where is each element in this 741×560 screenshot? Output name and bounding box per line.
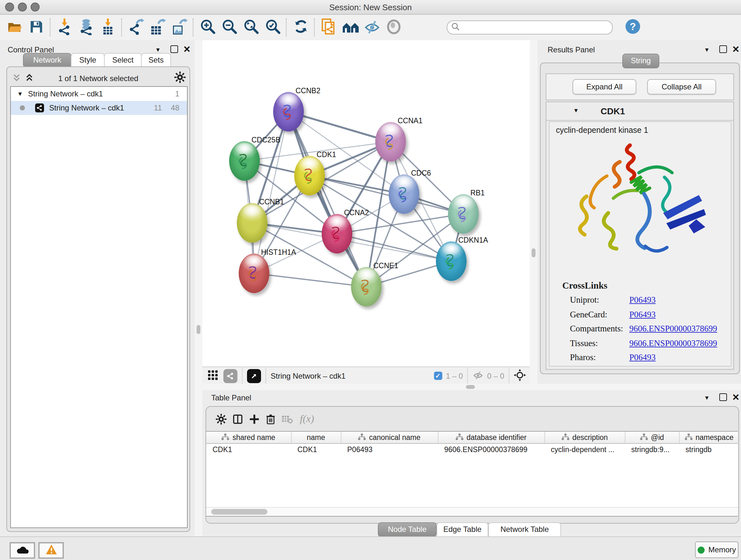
close-table-icon[interactable]: ✕ bbox=[732, 393, 739, 401]
crosslink-link[interactable]: P06493 bbox=[629, 310, 656, 320]
left-splitter[interactable] bbox=[195, 40, 202, 537]
network-node-CCNB2[interactable] bbox=[273, 92, 304, 132]
column-header-canonical-name[interactable]: canonical name bbox=[341, 432, 438, 443]
maximize-results-icon[interactable] bbox=[719, 45, 727, 53]
export-table-button[interactable] bbox=[147, 17, 169, 38]
zoom-out-button[interactable] bbox=[218, 17, 240, 38]
network-node-HIST1H1A[interactable] bbox=[239, 253, 269, 293]
network-node-CDC25B[interactable] bbox=[229, 141, 260, 181]
export-image-button[interactable] bbox=[169, 17, 190, 38]
network-edge[interactable] bbox=[288, 112, 391, 142]
column-header-database-identifier[interactable]: database identifier bbox=[438, 432, 544, 443]
network-node-CDKN1A[interactable] bbox=[436, 241, 467, 281]
tab-network[interactable]: Network bbox=[23, 53, 71, 68]
column-header-shared-name[interactable]: shared name bbox=[206, 432, 291, 443]
network-node-CCNE1[interactable] bbox=[351, 267, 382, 307]
table-cell[interactable]: 9606.ENSP00000378699 bbox=[438, 443, 544, 455]
tab-style[interactable]: Style bbox=[71, 53, 105, 67]
document-share-button[interactable] bbox=[318, 17, 340, 38]
table-cell[interactable]: P06493 bbox=[341, 443, 438, 455]
network-node-CDK1[interactable] bbox=[294, 156, 325, 195]
zoom-selected-button[interactable] bbox=[262, 17, 283, 38]
cloud-button[interactable] bbox=[10, 542, 35, 559]
search-input[interactable] bbox=[460, 23, 596, 32]
selected-items-checkbox-icon[interactable]: ✓ bbox=[434, 372, 442, 380]
save-session-button[interactable] bbox=[25, 17, 47, 38]
tab-edge-table[interactable]: Edge Table bbox=[436, 522, 488, 537]
cdk1-expander-icon[interactable]: ▼ bbox=[573, 107, 579, 114]
refresh-view-button[interactable] bbox=[290, 17, 312, 38]
tab-node-table[interactable]: Node Table bbox=[378, 522, 436, 537]
memory-button[interactable]: Memory bbox=[695, 542, 738, 558]
home-browser-button[interactable] bbox=[340, 17, 361, 38]
crosslink-link[interactable]: P06493 bbox=[629, 353, 656, 363]
delete-column-trash-icon[interactable] bbox=[262, 411, 279, 427]
tab-network-table[interactable]: Network Table bbox=[488, 522, 561, 537]
network-node-RB1[interactable] bbox=[448, 194, 479, 234]
network-node-CCNA1[interactable] bbox=[375, 122, 406, 162]
float-table-icon[interactable]: ▼ bbox=[704, 395, 710, 401]
right-splitter-handle[interactable] bbox=[532, 248, 536, 257]
network-edge[interactable] bbox=[254, 273, 366, 287]
help-button[interactable]: ? bbox=[622, 17, 643, 38]
export-network-button[interactable] bbox=[125, 17, 147, 38]
hide-graphics-details-button[interactable] bbox=[361, 17, 383, 38]
float-panel-icon[interactable]: ▼ bbox=[155, 47, 161, 53]
network-node-CCNA2[interactable] bbox=[322, 214, 352, 253]
tab-sets[interactable]: Sets bbox=[141, 53, 171, 67]
table-cell[interactable]: cyclin-dependent ... bbox=[544, 443, 625, 455]
warnings-button[interactable] bbox=[38, 542, 64, 559]
column-header--id[interactable]: @id bbox=[625, 432, 679, 443]
network-row[interactable]: String Network – cdk1 11 48 bbox=[11, 101, 187, 115]
search-field[interactable] bbox=[447, 20, 613, 35]
import-network-file-button[interactable] bbox=[54, 17, 75, 38]
table-splitter-handle[interactable] bbox=[466, 385, 475, 389]
close-results-icon[interactable]: ✕ bbox=[732, 45, 739, 53]
close-panel-icon[interactable]: ✕ bbox=[183, 45, 191, 53]
maximize-panel-icon[interactable] bbox=[171, 45, 178, 53]
table-row[interactable]: CDK1CDK1P064939606.ENSP00000378699cyclin… bbox=[206, 443, 738, 455]
right-splitter[interactable] bbox=[530, 40, 537, 384]
collection-expander-icon[interactable]: ▼ bbox=[17, 91, 23, 97]
crosslink-link[interactable]: 9606.ENSP00000378699 bbox=[629, 338, 717, 349]
float-results-icon[interactable]: ▼ bbox=[704, 47, 710, 53]
delete-table-icon[interactable] bbox=[279, 411, 295, 427]
cdk1-section-header[interactable]: ▼ CDK1 bbox=[546, 102, 733, 121]
network-node-CDC6[interactable] bbox=[389, 174, 419, 214]
column-header-namespace[interactable]: namespace bbox=[679, 432, 738, 443]
expand-all-button[interactable]: Expand All bbox=[572, 79, 636, 95]
tab-select[interactable]: Select bbox=[104, 53, 142, 67]
table-cell[interactable]: stringdb bbox=[679, 443, 738, 455]
left-splitter-handle[interactable] bbox=[197, 325, 200, 334]
table-h-scrollbar[interactable] bbox=[206, 507, 738, 516]
function-builder-button[interactable]: f(x) bbox=[295, 411, 319, 427]
table-cell[interactable]: CDK1 bbox=[291, 443, 341, 455]
network-share-icon[interactable] bbox=[223, 369, 238, 383]
show-columns-icon[interactable] bbox=[229, 411, 246, 427]
zoom-in-button[interactable] bbox=[197, 17, 218, 38]
open-session-button[interactable] bbox=[4, 17, 25, 38]
fit-selected-crosshair-icon[interactable] bbox=[514, 369, 526, 383]
network-view-canvas[interactable]: CCNB2CCNA1CDC25BCDK1CDC6RB1CCNB1CCNA2CDK… bbox=[202, 40, 530, 367]
birds-eye-view-icon[interactable] bbox=[207, 369, 218, 382]
table-cell[interactable]: stringdb:9... bbox=[625, 443, 679, 455]
crosslink-link[interactable]: P06493 bbox=[629, 295, 656, 306]
hidden-items-eye-icon[interactable] bbox=[473, 370, 484, 381]
crosslink-link[interactable]: 9606.ENSP00000378699 bbox=[629, 324, 717, 334]
zoom-fit-button[interactable] bbox=[240, 17, 262, 38]
collapse-all-button[interactable]: Collapse All bbox=[647, 79, 716, 95]
show-graphics-details-button[interactable] bbox=[383, 17, 405, 38]
network-node-CCNB1[interactable] bbox=[237, 203, 267, 243]
import-network-database-button[interactable] bbox=[75, 17, 97, 38]
open-in-new-window-icon[interactable] bbox=[247, 369, 261, 383]
import-table-button[interactable] bbox=[97, 17, 119, 38]
tab-string[interactable]: String bbox=[622, 54, 659, 68]
network-collection-row[interactable]: ▼ String Network – cdk1 1 bbox=[11, 87, 187, 101]
column-header-description[interactable]: description bbox=[544, 432, 625, 443]
column-header-name[interactable]: name bbox=[291, 432, 341, 443]
add-column-icon[interactable] bbox=[246, 411, 262, 427]
table-h-scrollbar-thumb[interactable] bbox=[211, 509, 267, 515]
table-splitter[interactable] bbox=[202, 384, 741, 390]
maximize-table-icon[interactable] bbox=[719, 393, 727, 401]
network-edge[interactable] bbox=[288, 112, 366, 287]
